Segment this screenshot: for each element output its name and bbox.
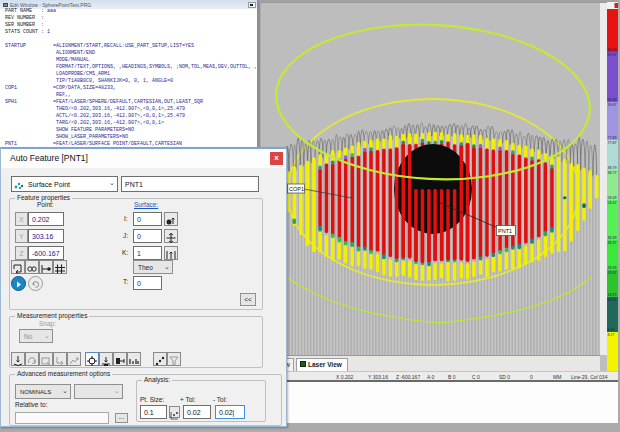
- svg-text:PNT1: PNT1: [498, 228, 512, 234]
- svg-text:28.37: 28.37: [608, 271, 617, 275]
- svg-text:38.77: 38.77: [608, 171, 617, 175]
- svg-text:77.89: 77.89: [608, 136, 617, 140]
- svg-text:89.67: 89.67: [608, 53, 617, 57]
- svg-text:77.87: 77.87: [608, 141, 617, 145]
- svg-text:58.49: 58.49: [608, 196, 617, 200]
- svg-text:28.39: 28.39: [608, 266, 617, 270]
- svg-text:8.19: 8.19: [608, 328, 615, 332]
- svg-text:38.39: 38.39: [608, 236, 617, 240]
- svg-text:39.69: 39.69: [608, 98, 617, 102]
- svg-text:39.67: 39.67: [608, 103, 617, 107]
- svg-text:18.27: 18.27: [608, 298, 617, 302]
- svg-text:58.47: 58.47: [608, 201, 617, 205]
- svg-text:18.29: 18.29: [608, 293, 617, 297]
- svg-text:89.69: 89.69: [608, 48, 617, 52]
- svg-text:8.17: 8.17: [608, 333, 615, 337]
- svg-text:COP1: COP1: [289, 186, 304, 192]
- svg-text:38.37: 38.37: [608, 241, 617, 245]
- svg-text:38.79: 38.79: [608, 166, 617, 170]
